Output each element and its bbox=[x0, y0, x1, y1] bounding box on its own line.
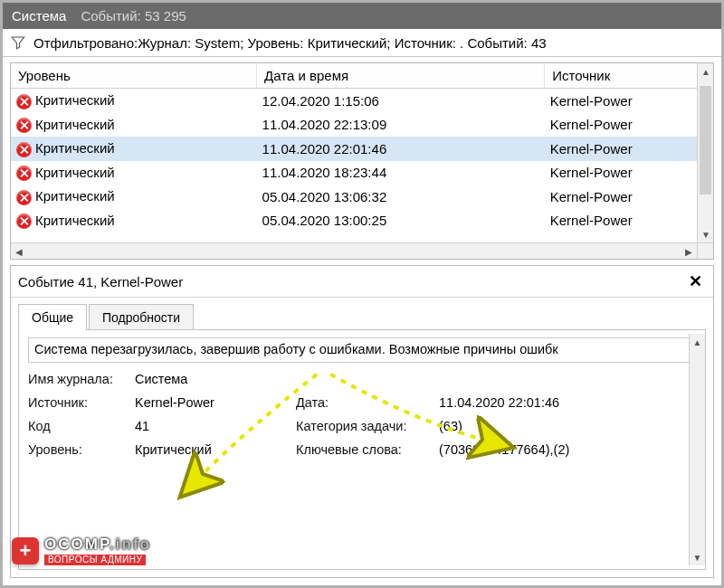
error-icon bbox=[16, 118, 32, 133]
cell-datetime: 11.04.2020 22:13:09 bbox=[257, 113, 545, 138]
title-bar: Система Событий: 53 295 bbox=[3, 3, 721, 29]
keywords-label: Ключевые слова: bbox=[296, 442, 432, 457]
detail-vertical-scrollbar[interactable]: ▲ ▼ bbox=[689, 334, 705, 565]
scroll-up-icon[interactable]: ▲ bbox=[690, 334, 705, 350]
close-icon[interactable]: ✕ bbox=[685, 271, 706, 291]
code-value: 41 bbox=[135, 419, 289, 433]
col-level[interactable]: Уровень bbox=[11, 63, 257, 89]
log-name-label: Имя журнала: bbox=[28, 372, 128, 386]
cell-source: Kernel-Power bbox=[545, 89, 713, 113]
cell-level: Критический bbox=[35, 188, 115, 204]
detail-title: Событие 41, Kernel-Power bbox=[18, 274, 183, 289]
cell-datetime: 05.04.2020 13:00:25 bbox=[257, 209, 545, 233]
cell-source: Kernel-Power bbox=[545, 137, 713, 161]
col-source[interactable]: Источник bbox=[545, 63, 713, 89]
col-datetime[interactable]: Дата и время bbox=[257, 63, 545, 89]
table-row[interactable]: Критический11.04.2020 18:23:44Kernel-Pow… bbox=[11, 161, 713, 185]
cell-datetime: 11.04.2020 18:23:44 bbox=[257, 161, 545, 185]
log-name-value: Система bbox=[135, 372, 289, 386]
table-row[interactable]: Критический11.04.2020 22:13:09Kernel-Pow… bbox=[11, 113, 713, 138]
scroll-down-icon[interactable]: ▼ bbox=[698, 226, 714, 242]
scroll-right-icon[interactable]: ▶ bbox=[681, 243, 697, 260]
events-table[interactable]: Уровень Дата и время Источник Критически… bbox=[10, 62, 714, 260]
cell-datetime: 05.04.2020 13:06:32 bbox=[257, 185, 545, 209]
level-value: Критический bbox=[135, 442, 289, 457]
filter-text: Отфильтровано:Журнал: System; Уровень: К… bbox=[33, 35, 547, 51]
error-icon bbox=[16, 166, 32, 181]
events-count: Событий: 53 295 bbox=[81, 8, 186, 24]
error-icon bbox=[16, 190, 32, 205]
filter-icon bbox=[10, 34, 26, 51]
category-value: (63) bbox=[439, 419, 696, 433]
cell-level: Критический bbox=[35, 165, 115, 180]
horizontal-scrollbar[interactable]: ◀ ▶ bbox=[11, 242, 713, 259]
error-icon bbox=[16, 94, 32, 109]
scroll-down-icon[interactable]: ▼ bbox=[690, 549, 705, 565]
source-value: Kernel-Power bbox=[135, 395, 289, 410]
cell-level: Критический bbox=[35, 92, 115, 108]
level-label: Уровень: bbox=[28, 442, 128, 457]
date-value: 11.04.2020 22:01:46 bbox=[439, 395, 696, 410]
vertical-scrollbar[interactable]: ▲ ▼ bbox=[697, 63, 713, 242]
event-detail-pane: Событие 41, Kernel-Power ✕ Общие Подробн… bbox=[10, 265, 714, 578]
table-row[interactable]: Критический12.04.2020 1:15:06Kernel-Powe… bbox=[11, 89, 713, 113]
cell-datetime: 11.04.2020 22:01:46 bbox=[257, 137, 545, 161]
detail-header: Событие 41, Kernel-Power ✕ bbox=[11, 266, 713, 298]
tab-general[interactable]: Общие bbox=[18, 304, 87, 330]
error-icon bbox=[16, 213, 32, 229]
table-row[interactable]: Критический05.04.2020 13:06:32Kernel-Pow… bbox=[11, 185, 713, 209]
cell-source: Kernel-Power bbox=[545, 161, 713, 185]
app-window: Система Событий: 53 295 Отфильтровано:Жу… bbox=[0, 0, 724, 588]
category-label: Категория задачи: bbox=[296, 419, 432, 433]
date-label: Дата: bbox=[296, 395, 432, 410]
scroll-corner bbox=[697, 243, 713, 260]
cell-level: Критический bbox=[35, 140, 115, 156]
cell-source: Kernel-Power bbox=[545, 185, 713, 209]
table-row[interactable]: Критический05.04.2020 13:00:25Kernel-Pow… bbox=[11, 209, 713, 233]
source-label: Источник: bbox=[28, 395, 128, 410]
tab-body-general: Система перезагрузилась, завершив работу… bbox=[18, 329, 706, 570]
detail-tabs: Общие Подробности bbox=[11, 298, 713, 329]
filter-bar: Отфильтровано:Журнал: System; Уровень: К… bbox=[3, 29, 721, 57]
keywords-value: (70368744177664),(2) bbox=[439, 442, 696, 457]
code-label: Код bbox=[28, 419, 128, 433]
error-icon bbox=[16, 142, 32, 157]
cell-level: Критический bbox=[35, 117, 115, 132]
cell-source: Kernel-Power bbox=[545, 113, 713, 138]
cell-source: Kernel-Power bbox=[545, 209, 713, 233]
table-row[interactable]: Критический11.04.2020 22:01:46Kernel-Pow… bbox=[11, 137, 713, 161]
tab-details[interactable]: Подробности bbox=[89, 304, 194, 330]
scroll-left-icon[interactable]: ◀ bbox=[11, 243, 27, 260]
cell-level: Критический bbox=[35, 213, 115, 228]
event-description: Система перезагрузилась, завершив работу… bbox=[28, 337, 696, 363]
event-properties: Имя журнала: Система Источник: Kernel-Po… bbox=[28, 372, 696, 457]
scroll-up-icon[interactable]: ▲ bbox=[698, 63, 714, 80]
cell-datetime: 12.04.2020 1:15:06 bbox=[257, 89, 545, 113]
title-text: Система bbox=[12, 8, 66, 24]
scroll-thumb[interactable] bbox=[700, 86, 711, 194]
